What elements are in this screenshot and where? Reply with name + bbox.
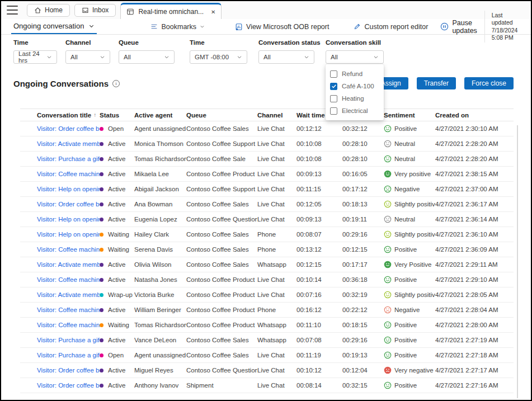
transfer-button[interactable]: Transfer (417, 77, 456, 89)
queue: Contoso Coffee Questions (186, 216, 257, 223)
table-row[interactable]: Visitor: Order coffee bean s... Open Age… (20, 121, 514, 136)
column-header-channel[interactable]: Channel (257, 112, 296, 119)
status-dot-icon (100, 248, 103, 252)
filter-conversation-skill: Conversation skill All RefundCafé A-100H… (326, 39, 384, 64)
table-row[interactable]: Visitor: Help on opening an... Waiting H… (20, 227, 514, 242)
table-row[interactable]: Visitor: Purchase a gift card... Active … (20, 152, 514, 167)
status-label: Open (108, 125, 124, 132)
view-selector-dropdown[interactable]: Ongoing conversation (11, 19, 97, 34)
toolbar-right: Pause updates Last updated 7/18/2024 5:0… (434, 19, 531, 34)
table-row[interactable]: Visitor: Order coffee bean s... Active A… (20, 197, 514, 212)
checkbox-icon[interactable] (330, 95, 337, 102)
time-range-select[interactable]: Last 24 hrs (13, 50, 57, 64)
table-row[interactable]: Visitor: Activate membersh... Active Mon… (20, 136, 514, 152)
info-icon[interactable]: i (112, 80, 120, 87)
conversation-title-link[interactable]: Visitor: Activate membersh... (37, 140, 100, 147)
conversation-title-link[interactable]: Visitor: Purchase a gift card... (37, 352, 100, 358)
table-row[interactable]: Visitor: Coffee machine issu... Waiting … (20, 318, 514, 333)
skill-option[interactable]: Heating (326, 92, 384, 105)
wait-time: 00:08:14 (296, 382, 342, 389)
sort-ascending-icon: ↑ (93, 112, 96, 118)
conversation-title-link[interactable]: Visitor: Order coffee bean s... (37, 382, 100, 389)
conversation-title-link[interactable]: Visitor: Coffee machine issu... (37, 171, 100, 177)
tab-inbox[interactable]: Inbox (74, 4, 116, 17)
custom-report-editor-button[interactable]: Custom report editor (348, 19, 434, 34)
table-row[interactable]: Visitor: Help on opening an... Active Eu… (20, 212, 514, 227)
table-row[interactable]: Visitor: Coffee machine issu... Waiting … (20, 242, 514, 257)
table-row[interactable]: Visitor: Coffee machine issu... Active M… (20, 167, 514, 182)
channel: Live Chat (257, 291, 296, 298)
table-row[interactable]: Visitor: Order coffee bean s... Active M… (20, 363, 514, 378)
conversation-skill-select[interactable]: All (326, 50, 384, 64)
column-header-created-on[interactable]: Created on (435, 112, 514, 119)
conversation-title-link[interactable]: Visitor: Activate membersh... (37, 291, 100, 298)
pause-updates-button[interactable]: Pause updates (434, 19, 484, 35)
column-header-active-agent[interactable]: Active agent (134, 112, 186, 119)
table-row[interactable]: Visitor: Purchase a gift card... Open Ag… (20, 348, 514, 363)
bookmarks-button[interactable]: Bookmarks (145, 19, 210, 34)
queue-select[interactable]: All (119, 50, 175, 64)
active-agent: William Beringer (134, 306, 186, 313)
active-agent: Eugenia Lopez (134, 216, 186, 223)
status-label: Waiting (108, 322, 129, 328)
wait-time: 00:12:05 (296, 201, 342, 207)
wait-time: 00:13:12 (296, 246, 342, 253)
created-on: 4/27/2021 2:30:10 AM (435, 125, 514, 132)
column-header-sentiment[interactable]: Sentiment (384, 112, 435, 119)
skill-option-label: Heating (342, 95, 364, 102)
checkbox-icon[interactable] (330, 107, 337, 115)
conversation-title-link[interactable]: Visitor: Help on opening an... (37, 231, 100, 238)
tab-home[interactable]: Home (27, 4, 70, 17)
scrollbar[interactable] (517, 125, 518, 398)
skill-option[interactable]: Electrical (326, 105, 384, 117)
wait-time: 00:08:07 (296, 231, 342, 238)
conversation-title-link[interactable]: Visitor: Coffee machine issu... (37, 306, 100, 313)
conversation-title-link[interactable]: Visitor: Help on opening an... (37, 216, 100, 223)
conversation-status-select[interactable]: All (258, 50, 314, 64)
hamburger-menu-icon[interactable] (7, 6, 18, 15)
filter-timezone: Time GMT -08:00 (190, 39, 247, 64)
table-row[interactable]: Visitor: Activate membersh... Wrap-up Vi… (20, 287, 514, 303)
handle-time: 00:36:18 (342, 276, 384, 283)
sentiment-label: Positive (394, 322, 417, 328)
close-icon[interactable]: ✕ (211, 9, 215, 15)
column-header-queue[interactable]: Queue (186, 112, 257, 119)
status-label: Open (108, 352, 124, 358)
sentiment-label: Positive (394, 382, 417, 389)
handle-time: 00:32:19 (342, 291, 384, 298)
status-label: Active (108, 201, 125, 207)
checkbox-icon[interactable] (330, 70, 337, 78)
column-header-conversation-title[interactable]: Conversation title ↑ (20, 112, 100, 119)
table-row[interactable]: Visitor: Help on opening an... Active Ab… (20, 182, 514, 197)
conversation-title-link[interactable]: Visitor: Activate membersh... (37, 261, 100, 268)
checkbox-checked-icon[interactable] (330, 83, 337, 90)
table-row[interactable]: Visitor: Purchase a gift card... Active … (20, 333, 514, 348)
conversation-title-link[interactable]: Visitor: Order coffee bean s... (37, 125, 100, 132)
conversation-title-link[interactable]: Visitor: Order coffee bean s... (37, 367, 100, 374)
tab-realtime-omnichannel[interactable]: Real-time omnichan... ✕ (120, 3, 222, 19)
table-row[interactable]: Visitor: Coffee machine issu... Active N… (20, 272, 514, 287)
conversation-title-link[interactable]: Visitor: Purchase a gift card... (37, 337, 100, 343)
conversation-title-link[interactable]: Visitor: Order coffee bean s... (37, 201, 100, 207)
table-row[interactable]: Visitor: Coffee machine issu... Active W… (20, 303, 514, 318)
force-close-button[interactable]: Force close (464, 77, 514, 89)
skill-option[interactable]: Café A-100 (326, 80, 384, 92)
conversation-title-link[interactable]: Visitor: Purchase a gift card... (37, 155, 100, 162)
skill-option[interactable]: Refund (326, 68, 384, 80)
wait-time: 00:11:10 (296, 322, 342, 328)
channel-select[interactable]: All (65, 50, 110, 64)
conversation-title-link[interactable]: Visitor: Coffee machine issu... (37, 246, 100, 253)
sentiment-icon (384, 170, 392, 178)
sentiment-icon (384, 276, 392, 284)
column-header-status[interactable]: Status (100, 112, 134, 119)
table-row[interactable]: Visitor: Order coffee bean s... Active A… (20, 378, 514, 393)
sentiment-icon (384, 306, 392, 314)
conversation-title-link[interactable]: Visitor: Coffee machine issu... (37, 322, 100, 328)
view-oob-report-button[interactable]: View Microsoft OOB report (229, 19, 335, 34)
created-on: 4/27/2021 2:36:14 AM (435, 216, 514, 223)
timezone-select[interactable]: GMT -08:00 (190, 50, 247, 64)
conversation-title-link[interactable]: Visitor: Coffee machine issu... (37, 276, 100, 283)
conversation-title-link[interactable]: Visitor: Help on opening an... (37, 186, 100, 192)
skill-option-label: Café A-100 (342, 83, 374, 89)
table-row[interactable]: Visitor: Activate membersh... Active Oli… (20, 257, 514, 272)
